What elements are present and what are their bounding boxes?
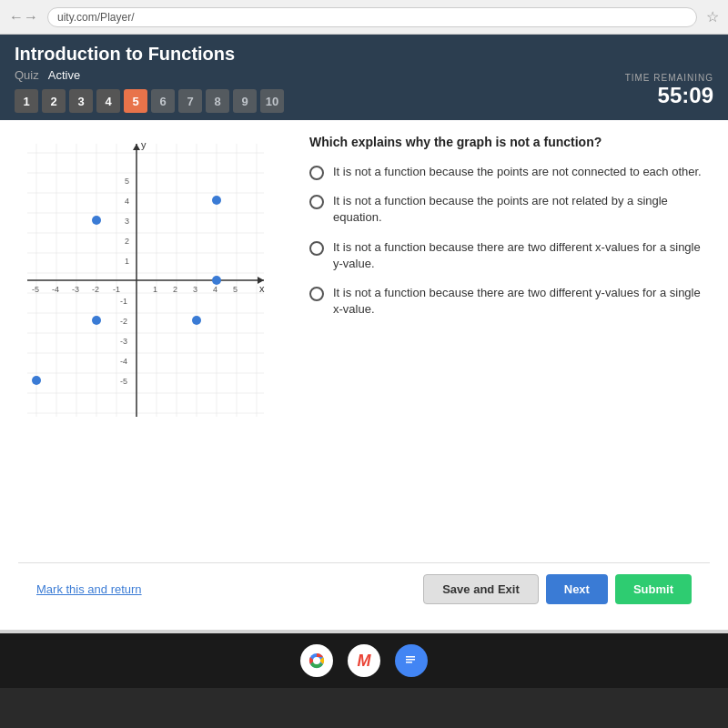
svg-marker-29 (133, 144, 140, 150)
quiz-label: Quiz (15, 68, 39, 82)
option-text-a: It is not a function because the points … (333, 164, 702, 180)
question-text: Which explains why the graph is not a fu… (309, 135, 710, 149)
q-num-10[interactable]: 10 (260, 89, 284, 113)
point-pos4-pos4 (212, 196, 221, 205)
svg-text:-1: -1 (120, 297, 127, 306)
mark-return-link[interactable]: Mark this and return (36, 582, 142, 596)
app-header: Introduction to Functions Quiz Active 1 … (0, 35, 728, 120)
status-label: Active (48, 68, 80, 82)
svg-text:2: 2 (125, 237, 129, 246)
q-num-7[interactable]: 7 (178, 89, 202, 113)
svg-text:-1: -1 (113, 285, 120, 294)
svg-text:-4: -4 (120, 357, 127, 366)
point-pos4-zero (212, 276, 221, 285)
next-button[interactable]: Next (546, 574, 608, 604)
svg-text:-5: -5 (120, 377, 127, 386)
radio-c[interactable] (309, 241, 324, 256)
q-num-1[interactable]: 1 (15, 89, 38, 113)
svg-text:3: 3 (193, 285, 197, 294)
svg-text:5: 5 (125, 177, 129, 186)
point-neg5-neg5 (32, 376, 41, 385)
gmail-icon[interactable]: M (348, 644, 380, 677)
svg-text:-3: -3 (120, 337, 127, 346)
svg-rect-56 (406, 659, 415, 661)
back-icon[interactable]: ← (9, 9, 24, 25)
answer-option-a[interactable]: It is not a function because the points … (309, 164, 710, 180)
svg-text:-2: -2 (120, 317, 127, 326)
answer-option-c[interactable]: It is not a function because there are t… (309, 239, 710, 272)
svg-text:-3: -3 (72, 285, 79, 294)
address-bar[interactable]: uity.com/Player/ (47, 7, 697, 27)
footer: Mark this and return Save and Exit Next … (18, 562, 710, 615)
svg-point-53 (313, 657, 320, 664)
point-neg2-neg2 (92, 316, 101, 325)
q-num-3[interactable]: 3 (69, 89, 93, 113)
q-num-2[interactable]: 2 (42, 89, 66, 113)
timer-box: TIME REMAINING 55:09 (625, 73, 713, 116)
question-nav: 1 2 3 4 5 6 7 8 9 10 (15, 89, 284, 120)
q-num-8[interactable]: 8 (206, 89, 229, 113)
footer-buttons: Save and Exit Next Submit (423, 574, 692, 604)
svg-text:4: 4 (125, 197, 129, 206)
svg-rect-57 (406, 662, 412, 663)
svg-text:3: 3 (125, 217, 129, 226)
point-pos3-neg2 (192, 316, 201, 325)
radio-b[interactable] (309, 195, 324, 209)
graph-container: x y -5 -4 -3 -2 -1 1 2 3 4 5 (18, 135, 291, 562)
taskbar: M (0, 633, 728, 688)
radio-a[interactable] (309, 166, 324, 180)
save-exit-button[interactable]: Save and Exit (423, 574, 539, 604)
option-text-b: It is not a function because the points … (333, 193, 710, 226)
submit-button[interactable]: Submit (615, 574, 692, 604)
answer-option-d[interactable]: It is not a function because there are t… (309, 285, 710, 318)
graph-canvas: x y -5 -4 -3 -2 -1 1 2 3 4 5 (18, 135, 273, 426)
svg-text:5: 5 (233, 285, 238, 294)
timer-label: TIME REMAINING (625, 73, 713, 83)
forward-icon[interactable]: → (24, 9, 38, 25)
svg-text:x: x (259, 283, 265, 294)
option-text-c: It is not a function because there are t… (333, 239, 710, 272)
q-num-6[interactable]: 6 (151, 89, 175, 113)
svg-text:4: 4 (213, 285, 217, 294)
svg-text:-5: -5 (32, 285, 39, 294)
svg-rect-55 (406, 656, 415, 658)
q-num-5[interactable]: 5 (124, 89, 147, 113)
svg-text:y: y (141, 139, 147, 150)
radio-d[interactable] (309, 287, 324, 301)
svg-text:1: 1 (153, 285, 157, 294)
question-area: x y -5 -4 -3 -2 -1 1 2 3 4 5 (18, 135, 710, 562)
star-icon[interactable]: ☆ (706, 8, 719, 25)
main-content: x y -5 -4 -3 -2 -1 1 2 3 4 5 (0, 120, 728, 630)
timer-value: 55:09 (625, 83, 713, 108)
app-subtitle: Quiz Active (15, 68, 284, 82)
svg-text:-4: -4 (52, 285, 59, 294)
point-neg2-pos3 (92, 216, 101, 225)
chrome-icon[interactable] (300, 644, 333, 677)
q-num-4[interactable]: 4 (96, 89, 120, 113)
app-title: Introduction to Functions (15, 44, 713, 65)
question-right: Which explains why the graph is not a fu… (309, 135, 710, 562)
svg-text:1: 1 (125, 257, 129, 266)
q-num-9[interactable]: 9 (233, 89, 257, 113)
option-text-d: It is not a function because there are t… (333, 285, 710, 318)
browser-chrome: ← → uity.com/Player/ ☆ (0, 0, 728, 35)
coordinate-graph: x y -5 -4 -3 -2 -1 1 2 3 4 5 (18, 135, 273, 426)
svg-text:2: 2 (173, 285, 177, 294)
answer-option-b[interactable]: It is not a function because the points … (309, 193, 710, 226)
svg-text:-2: -2 (92, 285, 99, 294)
docs-icon[interactable] (395, 644, 428, 677)
